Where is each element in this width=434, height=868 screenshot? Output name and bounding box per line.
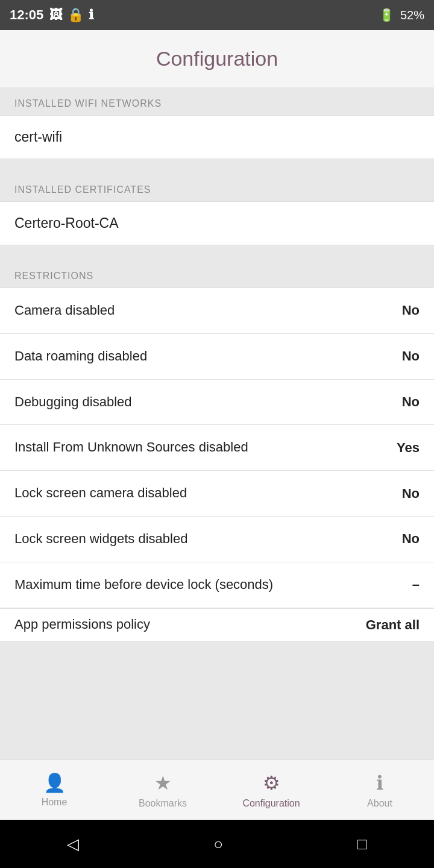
configuration-icon: ⚙ <box>263 772 280 794</box>
certificate-value-item: Certero-Root-CA <box>0 201 434 245</box>
battery-icon: 🔋 <box>379 8 394 22</box>
certificates-section: INSTALLED CERTIFICATES Certero-Root-CA <box>0 174 434 245</box>
restriction-device-lock-time-label: Maximum time before device lock (seconds… <box>14 576 383 594</box>
main-content: INSTALLED WIFI NETWORKS cert-wifi INSTAL… <box>0 87 434 760</box>
restriction-lockscreen-widgets-value: No <box>383 531 420 547</box>
bookmarks-icon: ★ <box>154 772 172 794</box>
recent-button[interactable]: □ <box>357 835 367 854</box>
wifi-value-item: cert-wifi <box>0 115 434 159</box>
restriction-app-permissions-label: App permissions policy <box>14 615 366 634</box>
restriction-device-lock-time: Maximum time before device lock (seconds… <box>0 562 434 608</box>
status-time: 12:05 <box>10 7 43 23</box>
page-title-bar: Configuration <box>0 30 434 87</box>
restriction-lockscreen-camera-value: No <box>383 486 420 502</box>
restriction-device-lock-time-value: – <box>383 577 420 593</box>
nav-configuration[interactable]: ⚙ Configuration <box>217 760 326 820</box>
nav-about[interactable]: ℹ About <box>326 760 434 820</box>
nav-home[interactable]: 👤 Home <box>0 760 108 820</box>
restriction-camera-value: No <box>383 303 420 318</box>
lock-icon: 🔒 <box>68 7 84 23</box>
wifi-section: INSTALLED WIFI NETWORKS cert-wifi <box>0 87 434 159</box>
wifi-section-header: INSTALLED WIFI NETWORKS <box>0 87 434 115</box>
nav-about-label: About <box>367 798 392 809</box>
status-bar: 12:05 🖼 🔒 ℹ 🔋 52% <box>0 0 434 30</box>
nav-bookmarks[interactable]: ★ Bookmarks <box>108 760 217 820</box>
restriction-data-roaming: Data roaming disabled No <box>0 334 434 380</box>
certificates-section-header: INSTALLED CERTIFICATES <box>0 174 434 201</box>
page-title: Configuration <box>156 47 278 70</box>
restriction-unknown-sources-value: Yes <box>383 440 420 456</box>
restriction-lockscreen-widgets: Lock screen widgets disabled No <box>0 517 434 562</box>
battery-percent: 52% <box>400 8 424 22</box>
wifi-value: cert-wifi <box>14 129 62 145</box>
home-icon: 👤 <box>43 772 66 793</box>
restriction-lockscreen-camera: Lock screen camera disabled No <box>0 471 434 517</box>
restriction-app-permissions: App permissions policy Grant all <box>0 608 434 641</box>
back-button[interactable]: ◁ <box>67 835 79 854</box>
restrictions-section: RESTRICTIONS Camera disabled No Data roa… <box>0 260 434 642</box>
restriction-data-roaming-label: Data roaming disabled <box>14 347 383 366</box>
restriction-camera-label: Camera disabled <box>14 301 383 320</box>
restriction-unknown-sources: Install From Unknown Sources disabled Ye… <box>0 425 434 471</box>
restriction-camera: Camera disabled No <box>0 288 434 334</box>
home-button[interactable]: ○ <box>213 835 223 854</box>
restriction-data-roaming-value: No <box>383 348 420 364</box>
restrictions-section-header: RESTRICTIONS <box>0 260 434 288</box>
system-nav-bar: ◁ ○ □ <box>0 820 434 868</box>
nav-home-label: Home <box>42 797 68 808</box>
nav-bookmarks-label: Bookmarks <box>139 798 187 809</box>
restriction-app-permissions-value: Grant all <box>366 617 420 633</box>
restriction-lockscreen-camera-label: Lock screen camera disabled <box>14 484 383 503</box>
bottom-nav: 👤 Home ★ Bookmarks ⚙ Configuration ℹ Abo… <box>0 760 434 820</box>
restriction-unknown-sources-label: Install From Unknown Sources disabled <box>14 438 383 457</box>
nav-configuration-label: Configuration <box>242 798 300 809</box>
restriction-debugging: Debugging disabled No <box>0 380 434 426</box>
certificate-value: Certero-Root-CA <box>14 215 119 231</box>
restriction-debugging-label: Debugging disabled <box>14 393 383 412</box>
info-icon: ℹ <box>89 7 93 23</box>
restriction-lockscreen-widgets-label: Lock screen widgets disabled <box>14 530 383 549</box>
restrictions-list: Camera disabled No Data roaming disabled… <box>0 288 434 642</box>
about-icon: ℹ <box>376 772 383 794</box>
restriction-debugging-value: No <box>383 394 420 410</box>
photo-icon: 🖼 <box>49 7 63 23</box>
